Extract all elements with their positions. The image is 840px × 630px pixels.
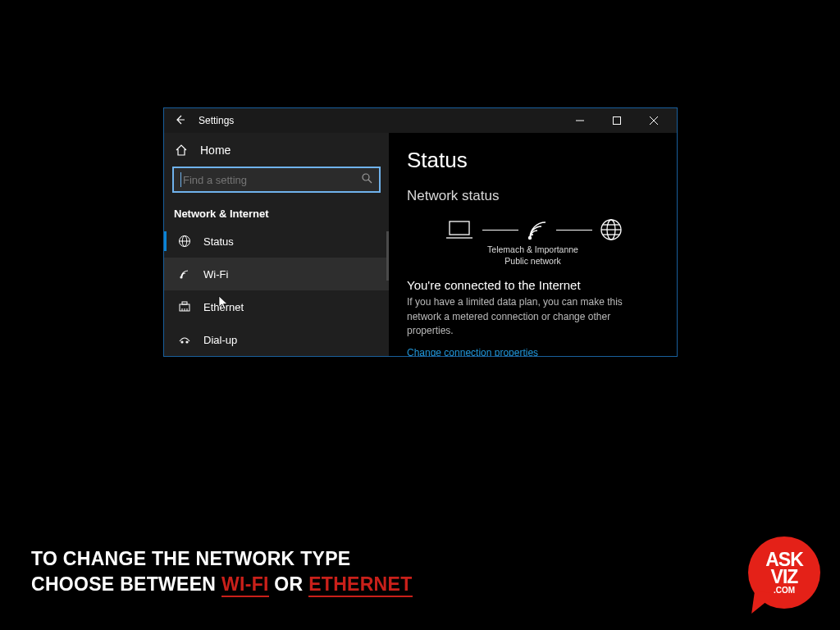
svg-point-9 bbox=[180, 276, 182, 278]
network-diagram bbox=[407, 217, 659, 242]
sidebar-section-title: Network & Internet bbox=[164, 199, 389, 225]
globe-icon bbox=[599, 217, 623, 242]
sidebar-item-label: Wi-Fi bbox=[203, 268, 228, 281]
maximize-icon bbox=[613, 116, 621, 125]
svg-line-5 bbox=[368, 180, 372, 183]
search-input-wrap[interactable] bbox=[172, 167, 381, 193]
highlight-ethernet: ETHERNET bbox=[308, 573, 412, 597]
sidebar: Home Network & Internet Status bbox=[164, 133, 389, 356]
sidebar-scroll-thumb[interactable] bbox=[386, 231, 389, 281]
settings-window: Settings Home bbox=[163, 107, 678, 357]
sidebar-item-label: Ethernet bbox=[203, 301, 244, 313]
sidebar-item-label: Dial-up bbox=[203, 334, 237, 346]
wifi-signal-icon bbox=[525, 218, 550, 241]
highlight-wifi: WI-FI bbox=[221, 573, 269, 597]
search-input[interactable] bbox=[183, 174, 362, 186]
wifi-icon bbox=[177, 267, 192, 281]
window-body: Home Network & Internet Status bbox=[164, 133, 677, 356]
page-heading: Status bbox=[407, 148, 659, 173]
svg-point-15 bbox=[181, 341, 183, 343]
home-label: Home bbox=[200, 144, 231, 157]
change-connection-link[interactable]: Change connection properties bbox=[407, 347, 659, 356]
close-icon bbox=[650, 116, 658, 125]
caption-line-1: TO CHANGE THE NETWORK TYPE bbox=[31, 546, 413, 572]
maximize-button[interactable] bbox=[598, 108, 635, 133]
globe-icon bbox=[177, 235, 192, 248]
svg-point-18 bbox=[528, 237, 531, 240]
home-icon bbox=[174, 144, 189, 157]
search-icon bbox=[362, 173, 372, 186]
svg-rect-11 bbox=[182, 302, 187, 304]
sidebar-item-dialup[interactable]: Dial-up bbox=[164, 323, 389, 356]
logo-text: ASK VIZ .COM bbox=[748, 536, 820, 609]
laptop-icon bbox=[443, 218, 476, 241]
connected-description: If you have a limited data plan, you can… bbox=[407, 295, 659, 338]
ethernet-icon bbox=[177, 300, 192, 313]
back-button[interactable] bbox=[172, 114, 187, 128]
sidebar-item-ethernet[interactable]: Ethernet bbox=[164, 290, 389, 323]
close-button[interactable] bbox=[635, 108, 672, 133]
sidebar-item-label: Status bbox=[203, 235, 234, 248]
svg-point-16 bbox=[186, 341, 188, 343]
diagram-caption: Telemach & Importanne Public network bbox=[407, 244, 659, 267]
askviz-logo: ASK VIZ .COM bbox=[748, 536, 820, 609]
page-subheading: Network status bbox=[407, 188, 659, 204]
window-title: Settings bbox=[187, 115, 234, 126]
connected-title: You're connected to the Internet bbox=[407, 278, 659, 292]
arrow-left-icon bbox=[174, 114, 185, 126]
titlebar: Settings bbox=[164, 108, 677, 133]
network-ssid: Telemach & Importanne bbox=[407, 244, 659, 255]
minimize-button[interactable] bbox=[561, 108, 598, 133]
tutorial-caption: TO CHANGE THE NETWORK TYPE CHOOSE BETWEE… bbox=[31, 546, 413, 597]
text-caret bbox=[180, 172, 181, 187]
svg-point-4 bbox=[363, 174, 369, 180]
sidebar-nav: Status Wi-Fi Ethernet bbox=[164, 225, 389, 356]
content-pane: Status Network status Telemach & Importa… bbox=[389, 133, 677, 356]
home-button[interactable]: Home bbox=[164, 133, 389, 167]
minimize-icon bbox=[576, 116, 584, 125]
caption-line-2: CHOOSE BETWEEN WI-FI OR ETHERNET bbox=[31, 572, 413, 597]
sidebar-item-status[interactable]: Status bbox=[164, 225, 389, 258]
sidebar-item-wifi[interactable]: Wi-Fi bbox=[164, 258, 389, 290]
connector-line bbox=[556, 230, 592, 231]
svg-rect-1 bbox=[613, 117, 620, 125]
connector-line bbox=[482, 230, 518, 231]
dialup-icon bbox=[177, 333, 192, 346]
network-type: Public network bbox=[407, 255, 659, 267]
svg-rect-17 bbox=[450, 221, 469, 235]
